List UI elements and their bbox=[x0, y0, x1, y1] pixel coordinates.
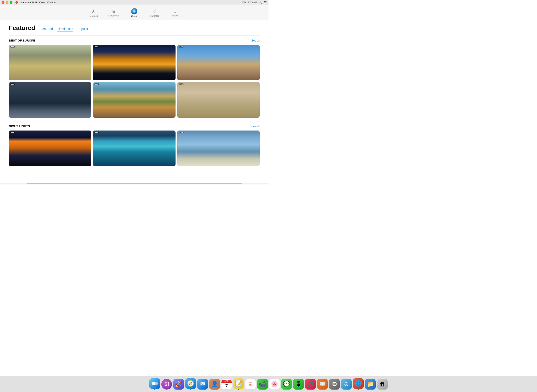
cam-image-russia bbox=[93, 45, 175, 80]
scrollbar-thumb[interactable] bbox=[27, 183, 242, 184]
section-header-europe: BEST OF EUROPE See all bbox=[9, 36, 260, 42]
apple-menu[interactable]: 🍎 bbox=[15, 1, 18, 4]
cam-card-rome[interactable] bbox=[177, 45, 260, 80]
night-grid bbox=[9, 131, 260, 166]
toolbar: ★ Featured ⊞ Categories Cam+ ♡ Favorites… bbox=[0, 5, 268, 20]
cam-image-rome bbox=[177, 45, 260, 80]
titlebar: 🍎 Webcam World View Window Wed 8:03 AM 🔍… bbox=[0, 0, 268, 5]
badge-dot bbox=[95, 84, 96, 84]
badge-dot bbox=[95, 47, 96, 47]
badge-dot bbox=[96, 132, 97, 133]
tab-featured-sub[interactable]: Featured bbox=[40, 27, 53, 32]
badge-dot bbox=[96, 84, 97, 84]
tab-favorites[interactable]: ♡ Favorites bbox=[148, 9, 161, 17]
section-header-night: NIGHT LIGHTS See all bbox=[9, 121, 260, 128]
star-icon: ★ bbox=[91, 9, 96, 14]
cam-image-harbor bbox=[9, 82, 91, 118]
see-all-night[interactable]: See all bbox=[251, 125, 260, 128]
badge-dot bbox=[97, 132, 98, 133]
tab-featured[interactable]: ★ Featured bbox=[87, 9, 100, 17]
maximize-button[interactable] bbox=[10, 1, 12, 4]
tab-popular[interactable]: Popular bbox=[78, 27, 88, 32]
badge-dot bbox=[181, 84, 181, 84]
badge-dot bbox=[12, 84, 13, 84]
tab-timelapses[interactable]: Timelapses bbox=[57, 27, 73, 32]
main-content: Featured Featured Timelapses Popular BES… bbox=[0, 20, 268, 183]
featured-tabs: Featured Timelapses Popular bbox=[40, 27, 88, 32]
cam-badge-5 bbox=[94, 84, 99, 85]
cam-image-aerial bbox=[177, 82, 260, 118]
europe-grid bbox=[9, 45, 260, 118]
section-title-night: NIGHT LIGHTS bbox=[9, 125, 30, 128]
badge-dot bbox=[11, 84, 12, 84]
app-name: Webcam World View bbox=[21, 1, 45, 4]
cam-card-aerial[interactable] bbox=[177, 82, 260, 118]
cam-badge-8 bbox=[94, 132, 99, 133]
featured-label: Featured bbox=[89, 15, 98, 17]
search-icon[interactable]: 🔍 bbox=[259, 1, 262, 4]
cam-image-marina bbox=[177, 131, 260, 166]
categories-label: Categories bbox=[108, 14, 119, 17]
badge-dot bbox=[97, 47, 98, 47]
clock: Wed 8:03 AM bbox=[242, 1, 257, 4]
cam-card-acropolis[interactable] bbox=[9, 45, 91, 80]
tab-cam-plus[interactable]: Cam+ bbox=[128, 8, 141, 18]
badge-dot bbox=[12, 132, 13, 133]
section-title-europe: BEST OF EUROPE bbox=[9, 39, 35, 42]
tab-search[interactable]: ⌕ Search bbox=[168, 9, 182, 17]
search-label: Search bbox=[171, 14, 179, 17]
featured-header: Featured Featured Timelapses Popular bbox=[9, 24, 260, 32]
badge-dot bbox=[182, 84, 183, 84]
scrollbar-track[interactable] bbox=[0, 183, 268, 184]
see-all-europe[interactable]: See all bbox=[251, 39, 260, 42]
cam-badge-9 bbox=[179, 132, 184, 133]
cam-card-russia-night[interactable] bbox=[93, 45, 175, 80]
menu-bar: 🍎 Webcam World View Window bbox=[12, 1, 56, 4]
cam-card-marina[interactable] bbox=[177, 131, 260, 166]
close-button[interactable] bbox=[2, 1, 5, 4]
cam-card-dubai[interactable] bbox=[93, 131, 175, 166]
badge-dot bbox=[96, 47, 97, 47]
cam-card-harbor[interactable] bbox=[9, 82, 91, 118]
cam-badge-1 bbox=[10, 46, 15, 47]
badge-dot bbox=[13, 84, 14, 84]
badge-dot bbox=[97, 84, 98, 84]
cam-image-nyc bbox=[9, 131, 91, 166]
page-title: Featured bbox=[9, 24, 35, 32]
window-menu[interactable]: Window bbox=[47, 1, 56, 4]
titlebar-right: Wed 8:03 AM 🔍 ☰ bbox=[242, 1, 267, 4]
cam-card-cathedral[interactable] bbox=[93, 82, 175, 118]
cam-badge-7 bbox=[10, 132, 15, 133]
badge-dot bbox=[95, 132, 96, 133]
cam-badge-4 bbox=[10, 84, 15, 85]
cam-image-cathedral bbox=[93, 82, 175, 118]
badge-dot bbox=[180, 132, 181, 133]
badge-dot bbox=[182, 132, 183, 133]
section-night-lights: NIGHT LIGHTS See all bbox=[9, 121, 260, 166]
heart-icon: ♡ bbox=[153, 9, 157, 14]
grid-icon: ⊞ bbox=[112, 9, 116, 14]
svg-point-1 bbox=[134, 10, 135, 12]
cam-plus-label: Cam+ bbox=[131, 15, 137, 18]
cam-badge-6 bbox=[179, 84, 184, 85]
cam-image-dubai bbox=[93, 131, 175, 166]
cam-plus-icon bbox=[131, 8, 137, 14]
cam-badge-2 bbox=[94, 46, 99, 47]
badge-dot bbox=[181, 132, 181, 133]
cam-badge-3 bbox=[179, 46, 184, 47]
menu-icon[interactable]: ☰ bbox=[264, 1, 267, 4]
cam-image-acropolis bbox=[9, 45, 91, 80]
minimize-button[interactable] bbox=[6, 1, 9, 4]
tab-categories[interactable]: ⊞ Categories bbox=[107, 9, 120, 17]
badge-dot bbox=[12, 47, 13, 47]
badge-dot bbox=[180, 84, 181, 84]
cam-card-nyc[interactable] bbox=[9, 131, 91, 166]
badge-dot bbox=[182, 47, 183, 47]
favorites-label: Favorites bbox=[150, 15, 159, 17]
badge-dot bbox=[11, 132, 12, 133]
traffic-lights bbox=[2, 1, 12, 4]
badge-dot bbox=[13, 132, 14, 133]
section-best-of-europe: BEST OF EUROPE See all bbox=[9, 36, 260, 118]
badge-dot bbox=[181, 47, 181, 47]
badge-dot bbox=[13, 47, 14, 47]
